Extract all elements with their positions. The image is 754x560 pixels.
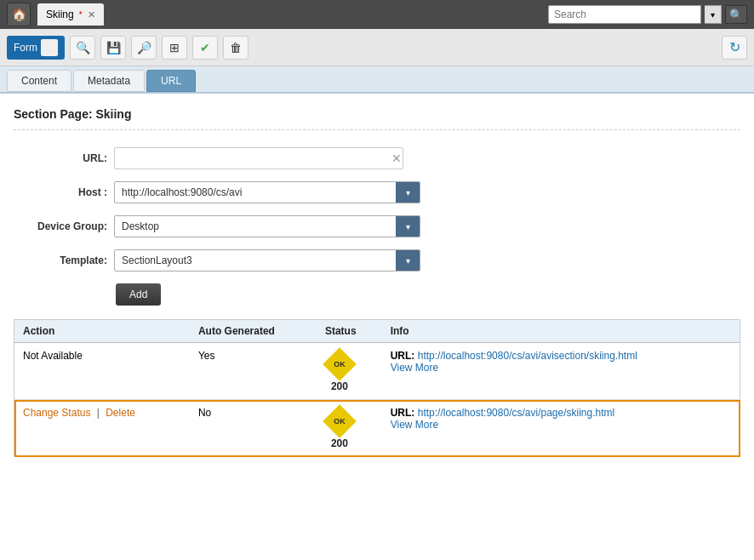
auto-generated-cell-2: No	[190, 400, 317, 457]
grid-button[interactable]: ⊞	[162, 36, 187, 60]
status-cell: OK 200	[317, 343, 382, 400]
main-content: Section Page: Skiing URL: ✕ Host : http:…	[0, 94, 754, 560]
host-dropdown-arrow[interactable]: ▾	[396, 182, 420, 203]
search-dropdown-button[interactable]: ▾	[705, 5, 722, 24]
template-label: Template:	[14, 254, 107, 266]
info-cell-2: URL: http://localhost:9080/cs/avi/page/s…	[382, 400, 740, 457]
tab-content[interactable]: Content	[7, 70, 71, 92]
table-row: Change Status | Delete No OK 200	[14, 400, 740, 457]
tab-dirty-indicator: *	[79, 10, 83, 20]
col-auto-generated: Auto Generated	[190, 320, 317, 343]
device-group-label: Device Group:	[14, 220, 107, 232]
tab-metadata[interactable]: Metadata	[73, 70, 145, 92]
device-group-dropdown-arrow[interactable]: ▾	[396, 216, 420, 237]
delete-tool-button[interactable]: 🗑	[223, 36, 248, 60]
status-cell-2: OK 200	[317, 400, 382, 457]
add-button[interactable]: Add	[116, 283, 161, 306]
check-button[interactable]: ✔	[192, 36, 218, 60]
delete-link[interactable]: Delete	[106, 407, 135, 419]
col-action: Action	[14, 320, 190, 343]
status-code: 200	[331, 380, 348, 392]
content-tabs: Content Metadata URL	[0, 66, 754, 94]
search-input[interactable]	[548, 5, 701, 24]
info-cell: URL: http://localhost:9080/cs/avi/avisec…	[382, 343, 740, 400]
view-more-link[interactable]: View More	[391, 362, 438, 374]
status-code-2: 200	[331, 437, 348, 449]
status-badge-2: OK 200	[325, 407, 354, 449]
col-info: Info	[382, 320, 740, 343]
host-row: Host : http://localhost:9080/cs/avi ▾	[14, 181, 740, 203]
device-group-value: Desktop	[115, 215, 396, 237]
table-row: Not Available Yes OK 200 URL:	[14, 343, 740, 400]
url-row: URL: ✕	[14, 147, 740, 169]
save-button[interactable]: 💾	[100, 36, 126, 60]
info-url-link[interactable]: http://localhost:9080/cs/avi/avisection/…	[418, 350, 637, 362]
search-button[interactable]: 🔍	[725, 5, 747, 24]
table-header-row: Action Auto Generated Status Info	[14, 320, 740, 343]
action-cell: Not Available	[14, 343, 190, 400]
home-button[interactable]: 🏠	[7, 3, 31, 26]
device-group-row: Device Group: Desktop ▾	[14, 215, 740, 237]
action-separator: |	[97, 407, 100, 419]
ok-label: OK	[334, 360, 346, 369]
status-badge: OK 200	[325, 350, 354, 392]
device-group-select[interactable]: Desktop ▾	[114, 215, 420, 237]
action-cell-2: Change Status | Delete	[14, 400, 190, 457]
template-select[interactable]: SectionLayout3 ▾	[114, 249, 420, 271]
tab-label: Skiing	[46, 9, 74, 20]
page-title: Section Page: Skiing	[14, 107, 740, 121]
divider	[14, 129, 740, 130]
view-more-link-2[interactable]: View More	[391, 419, 438, 431]
action-not-available: Not Available	[23, 350, 83, 362]
url-label: URL:	[14, 152, 107, 164]
host-label: Host :	[14, 186, 107, 198]
toolbar: Form 🔍 💾 🔎 ⊞ ✔ 🗑 ↻	[0, 29, 754, 66]
template-row: Template: SectionLayout3 ▾	[14, 249, 740, 271]
search-area: ▾ 🔍	[548, 5, 747, 24]
template-value: SectionLayout3	[115, 249, 396, 271]
ok-label-2: OK	[334, 417, 346, 426]
tab-skiing[interactable]: Skiing * ✕	[37, 3, 104, 26]
change-status-link[interactable]: Change Status	[23, 407, 90, 419]
info-url-label-2: URL:	[391, 407, 415, 419]
title-bar: 🏠 Skiing * ✕ ▾ 🔍	[0, 0, 754, 29]
url-clear-button[interactable]: ✕	[391, 151, 402, 165]
tab-close-button[interactable]: ✕	[88, 9, 95, 20]
host-select[interactable]: http://localhost:9080/cs/avi ▾	[114, 181, 420, 203]
tab-url[interactable]: URL	[146, 70, 196, 92]
col-status: Status	[317, 320, 382, 343]
url-input[interactable]	[114, 147, 403, 169]
template-dropdown-arrow[interactable]: ▾	[396, 250, 420, 271]
form-label: Form	[14, 42, 37, 54]
refresh-button[interactable]: ↻	[722, 36, 747, 60]
find-button[interactable]: 🔎	[131, 36, 157, 60]
info-url-link-2[interactable]: http://localhost:9080/cs/avi/page/skiing…	[418, 407, 614, 419]
search-tool-button[interactable]: 🔍	[70, 36, 95, 60]
host-value: http://localhost:9080/cs/avi	[115, 181, 396, 203]
auto-generated-cell: Yes	[190, 343, 317, 400]
info-url-label: URL:	[391, 350, 415, 362]
form-button[interactable]: Form	[7, 36, 65, 60]
form-toggle[interactable]	[41, 39, 58, 56]
url-table: Action Auto Generated Status Info Not Av…	[14, 319, 740, 457]
